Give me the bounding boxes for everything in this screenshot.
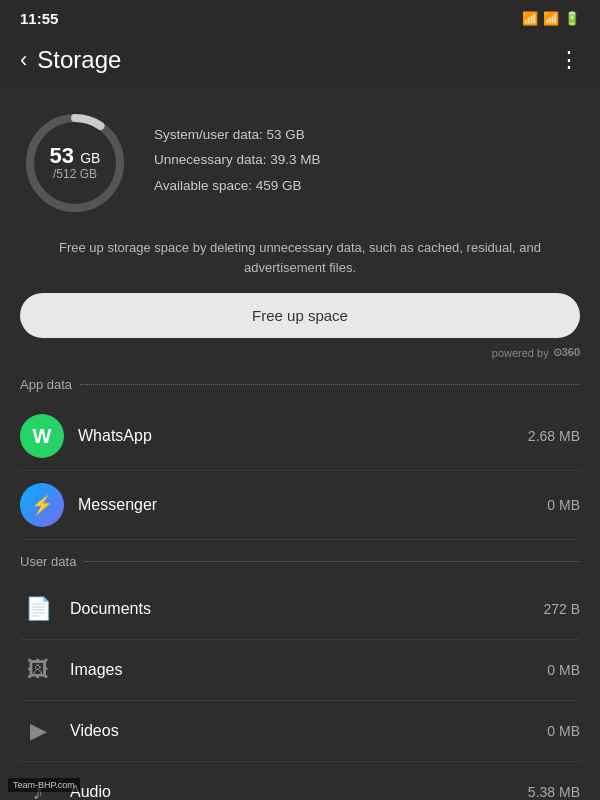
audio-item[interactable]: ♪ Audio 5.38 MB [20, 762, 580, 800]
signal-icon: 📶 [543, 11, 559, 26]
audio-label: Audio [70, 783, 496, 800]
videos-icon: ▶ [20, 713, 56, 749]
page-header: ‹ Storage ⋮ [0, 36, 600, 88]
whatsapp-size: 2.68 MB [510, 428, 580, 444]
used-storage-value: 53 GB [50, 145, 101, 167]
watermark: Team-BHP.com [8, 778, 80, 792]
images-item[interactable]: 🖼 Images 0 MB [20, 640, 580, 701]
powered-by-text: powered by [492, 347, 549, 359]
powered-brand: ⊙360 [553, 346, 580, 359]
images-icon: 🖼 [20, 652, 56, 688]
available-space-stat: Available space: 459 GB [154, 176, 580, 196]
audio-size: 5.38 MB [510, 784, 580, 800]
total-storage-label: /512 GB [50, 167, 101, 181]
system-data-stat: System/user data: 53 GB [154, 125, 580, 145]
messenger-label: Messenger [78, 496, 496, 514]
back-button[interactable]: ‹ [20, 47, 27, 73]
free-up-button[interactable]: Free up space [20, 293, 580, 338]
images-label: Images [70, 661, 496, 679]
videos-item[interactable]: ▶ Videos 0 MB [20, 701, 580, 762]
storage-stats: System/user data: 53 GB Unnecessary data… [154, 125, 580, 201]
storage-overview: 53 GB /512 GB System/user data: 53 GB Un… [20, 108, 580, 218]
documents-icon: 📄 [20, 591, 56, 627]
page-title: Storage [37, 46, 121, 74]
powered-by-label: powered by ⊙360 [20, 346, 580, 359]
header-left: ‹ Storage [20, 46, 121, 74]
messenger-item[interactable]: ⚡ Messenger 0 MB [20, 471, 580, 540]
wifi-icon: 📶 [522, 11, 538, 26]
messenger-size: 0 MB [510, 497, 580, 513]
more-options-button[interactable]: ⋮ [558, 47, 580, 73]
circle-label: 53 GB /512 GB [50, 145, 101, 181]
videos-size: 0 MB [510, 723, 580, 739]
status-icons: 📶 📶 🔋 [522, 11, 580, 26]
documents-label: Documents [70, 600, 496, 618]
app-data-section-label: App data [20, 377, 580, 392]
phone-screen: 11:55 📶 📶 🔋 ‹ Storage ⋮ 53 [0, 0, 600, 800]
documents-size: 272 B [510, 601, 580, 617]
user-data-section-label: User data [20, 554, 580, 569]
images-size: 0 MB [510, 662, 580, 678]
whatsapp-label: WhatsApp [78, 427, 496, 445]
main-content: 53 GB /512 GB System/user data: 53 GB Un… [0, 88, 600, 800]
status-time: 11:55 [20, 10, 58, 27]
status-bar: 11:55 📶 📶 🔋 [0, 0, 600, 36]
documents-item[interactable]: 📄 Documents 272 B [20, 579, 580, 640]
whatsapp-icon: W [20, 414, 64, 458]
unnecessary-data-stat: Unnecessary data: 39.3 MB [154, 150, 580, 170]
storage-circle: 53 GB /512 GB [20, 108, 130, 218]
battery-icon: 🔋 [564, 11, 580, 26]
videos-label: Videos [70, 722, 496, 740]
free-up-message: Free up storage space by deleting unnece… [20, 238, 580, 277]
whatsapp-item[interactable]: W WhatsApp 2.68 MB [20, 402, 580, 471]
messenger-icon: ⚡ [20, 483, 64, 527]
